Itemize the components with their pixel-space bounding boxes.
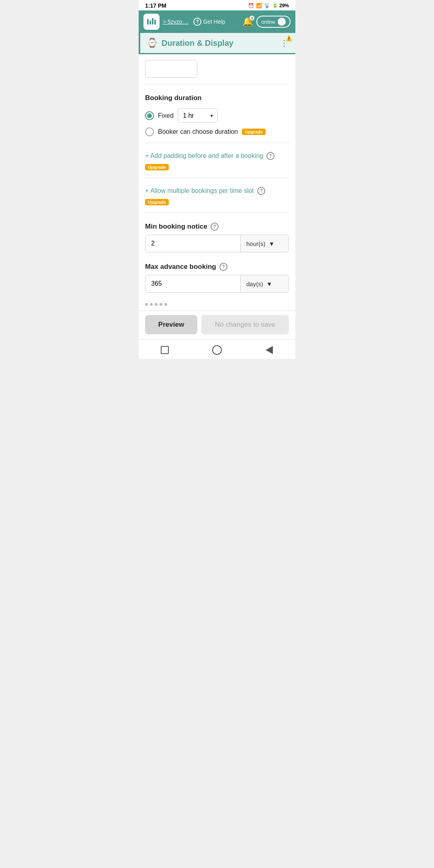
min-booking-label: Min booking notice ? [145,223,289,231]
main-content: Booking duration Fixed 1 hr Booker can c… [139,54,295,311]
svg-rect-3 [154,20,156,25]
min-booking-input-group[interactable]: hour(s) ▼ [145,235,289,252]
svg-rect-1 [149,20,151,25]
booker-choose-radio[interactable] [145,127,154,136]
max-advance-value[interactable] [145,275,240,292]
circle-icon [212,345,222,355]
min-booking-value[interactable] [145,235,240,252]
allow-multiple-row[interactable]: + Allow multiple bookings per time slot … [145,180,289,197]
max-advance-unit[interactable]: day(s) ▼ [240,275,289,292]
section-title: Duration & Display [162,39,280,48]
divider-4 [145,213,289,213]
fixed-duration-row[interactable]: Fixed 1 hr [145,106,289,125]
max-advance-help-icon[interactable]: ? [219,263,227,271]
save-button: No changes to save [201,315,289,334]
min-booking-section: Min booking notice ? hour(s) ▼ [145,215,289,256]
booker-choose-label: Booker can choose duration [158,128,238,135]
recents-button[interactable] [211,344,223,356]
divider-2 [145,143,289,143]
add-padding-link[interactable]: + Add padding before and after a booking… [145,152,289,160]
add-padding-text: + Add padding before and after a booking [145,152,263,160]
dot-5 [164,303,167,306]
dot-2 [150,303,153,306]
back-button[interactable] [264,344,275,356]
section-header: ⌚ Duration & Display ⋮ ⚠️ [139,33,295,54]
add-padding-row[interactable]: + Add padding before and after a booking… [145,145,289,162]
booker-choose-row[interactable]: Booker can choose duration Upgrade [145,125,289,139]
max-advance-dropdown-icon: ▼ [266,280,272,287]
multiple-help-icon[interactable]: ? [257,187,265,195]
multiple-upgrade-row: Upgrade [145,197,289,210]
svg-rect-0 [147,19,149,25]
fixed-radio[interactable] [145,111,154,120]
time: 1:17 PM [145,2,166,9]
booking-duration-label: Booking duration [145,87,289,106]
min-booking-help-icon[interactable]: ? [211,223,219,231]
divider-3 [145,178,289,178]
divider-1 [145,84,289,84]
max-advance-label: Max advance booking ? [145,263,289,271]
breadcrumb[interactable]: > 5zvzo.... [163,18,188,25]
max-advance-input-group[interactable]: day(s) ▼ [145,275,289,293]
nav-bar: > 5zvzo.... ? Get Help 🔔 1 online [139,10,295,33]
allow-multiple-text: + Allow multiple bookings per time slot [145,187,254,194]
online-toggle[interactable]: online [256,16,291,28]
svg-rect-2 [152,18,154,25]
dot-3 [155,303,158,306]
multiple-upgrade-badge[interactable]: Upgrade [145,199,169,205]
status-bar: 1:17 PM ⏰ 📶 📡 🔋 29% [139,0,295,10]
toggle-circle-icon [278,18,286,26]
warning-icon: ⚠️ [285,35,292,41]
square-icon [161,346,169,354]
dot-4 [160,303,162,306]
duration-select-wrapper[interactable]: 1 hr [178,108,218,123]
min-booking-dropdown-icon: ▼ [269,240,275,247]
system-nav-bar [139,339,295,359]
padding-upgrade-badge[interactable]: Upgrade [145,164,169,170]
back-icon [266,346,273,354]
preview-button[interactable]: Preview [145,315,197,334]
fixed-label: Fixed [158,112,174,119]
status-icons: ⏰ 📶 📡 🔋 29% [248,3,289,8]
app-logo[interactable] [143,14,160,30]
help-icon: ? [193,18,201,26]
help-button[interactable]: ? Get Help [193,18,225,26]
home-button[interactable] [159,344,170,356]
duration-select[interactable]: 1 hr [178,108,218,123]
pagination-dots [145,296,289,311]
action-bar: Preview No changes to save [139,311,295,339]
dot-1 [145,303,148,306]
alarm-icon: ⏰ [248,3,254,8]
padding-help-icon[interactable]: ? [266,152,274,160]
partial-input-row [145,54,289,82]
max-advance-section: Max advance booking ? day(s) ▼ [145,256,289,296]
watch-icon: ⌚ [147,38,158,48]
partial-input-field[interactable] [145,60,197,78]
more-options-button[interactable]: ⋮ ⚠️ [280,38,289,48]
notification-bell[interactable]: 🔔 1 [242,16,253,27]
bell-badge: 1 [249,15,255,21]
booker-choose-upgrade-badge[interactable]: Upgrade [242,129,266,135]
signal-icon: 📶 [256,3,262,8]
battery-icon: 🔋 29% [272,3,289,8]
allow-multiple-link[interactable]: + Allow multiple bookings per time slot … [145,187,289,195]
wifi-icon: 📡 [264,3,270,8]
min-booking-unit[interactable]: hour(s) ▼ [240,235,289,252]
padding-upgrade-row: Upgrade [145,162,289,175]
